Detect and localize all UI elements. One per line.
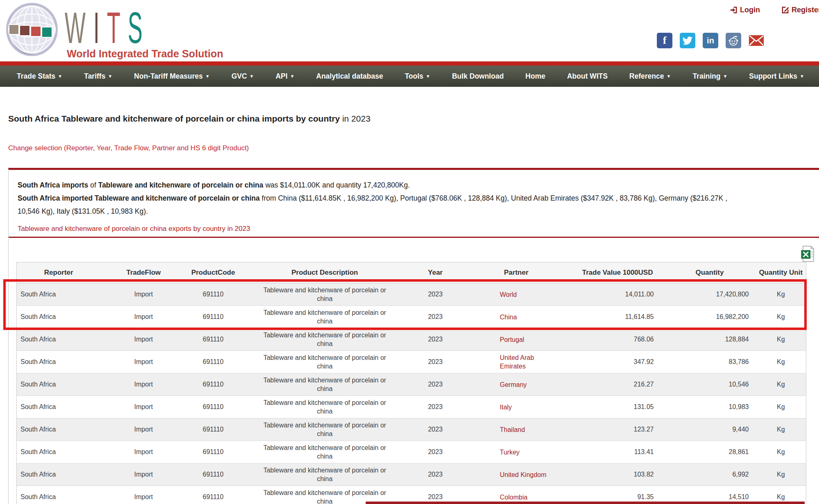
cell-description: Tableware and kitchenware of porcelain o… (240, 328, 410, 351)
register-icon (781, 6, 789, 14)
twitter-bird (682, 35, 693, 46)
partner-link[interactable]: Colombia (500, 493, 528, 502)
nav-item[interactable]: Home (525, 72, 545, 81)
nav-item[interactable]: Non-Tariff Measures ▼ (134, 72, 210, 81)
excel-export-icon[interactable] (801, 246, 814, 264)
nav-list: Trade Stats ▼ Tariffs ▼ Non-Tariff Measu… (0, 66, 819, 87)
summary-line-1: South Africa imports of Tableware and ki… (18, 179, 819, 192)
partner-link[interactable]: Portugal (500, 335, 525, 344)
partner-link[interactable]: Turkey (500, 448, 520, 457)
table-header-row: ReporterTradeFlowProductCodeProduct Desc… (17, 262, 806, 283)
chevron-down-icon: ▼ (667, 74, 671, 79)
cell-reporter: South Africa (17, 351, 101, 373)
nav-item-label: Tools (405, 72, 423, 81)
chevron-down-icon: ▼ (108, 74, 112, 79)
globe-icon (6, 2, 58, 57)
nav-item[interactable]: Analytical database (316, 72, 383, 81)
login-icon (730, 6, 738, 14)
exports-section-link[interactable]: Tableware and kitchenware of porcelain o… (18, 225, 819, 233)
summary-bold: South Africa imported Tableware and kitc… (18, 194, 260, 202)
column-header[interactable]: TradeFlow (101, 262, 187, 283)
cell-tradeflow: Import (101, 396, 187, 418)
table-header: ReporterTradeFlowProductCodeProduct Desc… (17, 262, 806, 283)
summary-bold: Tableware and kitchenware of porcelain o… (98, 181, 263, 189)
register-link[interactable]: Register (781, 6, 819, 14)
nav-item[interactable]: Tools ▼ (405, 72, 430, 81)
nav-item[interactable]: Bulk Download (452, 72, 504, 81)
description-text: Tableware and kitchenware of porcelain o… (256, 376, 394, 393)
nav-item-label: Reference (629, 72, 664, 81)
wits-letter: S (128, 3, 143, 52)
cell-year: 2023 (410, 441, 461, 463)
partner-link[interactable]: United Kingdom (500, 470, 547, 479)
auth-links: Login Register (730, 6, 819, 14)
trade-table: ReporterTradeFlowProductCodeProduct Desc… (16, 262, 806, 504)
cell-description: Tableware and kitchenware of porcelain o… (240, 283, 410, 306)
cell-quantity: 10,546 (664, 373, 756, 396)
summary-line-3: 10,546 Kg), Italy ($131.05K , 10,983 Kg)… (18, 205, 819, 218)
column-header[interactable]: Partner (461, 262, 572, 283)
column-header[interactable]: Quantity Unit (756, 262, 806, 283)
nav-item[interactable]: Reference ▼ (629, 72, 671, 81)
chevron-down-icon: ▼ (58, 74, 62, 79)
cell-reporter: South Africa (17, 306, 101, 328)
nav-item[interactable]: Support Links ▼ (749, 72, 804, 81)
facebook-glyph: f (663, 34, 667, 47)
cell-partner: Germany (461, 373, 572, 396)
cell-description: Tableware and kitchenware of porcelain o… (240, 373, 410, 396)
column-header[interactable]: Year (410, 262, 461, 283)
email-icon[interactable] (749, 33, 764, 48)
cell-reporter: South Africa (17, 373, 101, 396)
partner-link[interactable]: World (500, 290, 517, 299)
summary-text: of (88, 181, 98, 189)
cell-quantity: 83,786 (664, 351, 756, 373)
cell-reporter: South Africa (17, 283, 101, 306)
linkedin-icon[interactable]: in (703, 33, 718, 48)
cell-tradeflow: Import (101, 306, 187, 328)
nav-item[interactable]: GVC ▼ (231, 72, 254, 81)
wits-tagline: World Integrated Trade Solution (67, 47, 223, 60)
cell-description: Tableware and kitchenware of porcelain o… (240, 306, 410, 328)
linkedin-glyph: in (707, 36, 714, 45)
table-row: South Africa Import 691110 Tableware and… (17, 463, 806, 486)
twitter-icon[interactable] (680, 33, 695, 48)
cell-partner: Italy (461, 396, 572, 418)
wits-letter: T (107, 3, 121, 52)
nav-item[interactable]: Tariffs ▼ (84, 72, 112, 81)
cell-quantity-unit: Kg (756, 373, 806, 396)
wits-page: W I T S World Integrated Trade Solution … (0, 0, 819, 504)
nav-item[interactable]: Trade Stats ▼ (17, 72, 62, 81)
column-header[interactable]: Product Description (240, 262, 410, 283)
partner-link[interactable]: Germany (500, 380, 527, 389)
cell-productcode: 691110 (187, 486, 240, 504)
wits-wordmark: W I T S (65, 6, 143, 50)
reddit-alien (726, 34, 740, 47)
cell-tradeflow: Import (101, 328, 187, 351)
nav-item[interactable]: API ▼ (276, 72, 294, 81)
cell-reporter: South Africa (17, 486, 101, 504)
column-header[interactable]: Quantity (664, 262, 756, 283)
wits-globe-logo[interactable] (6, 2, 58, 58)
cell-productcode: 691110 (187, 441, 240, 463)
nav-item[interactable]: About WITS (567, 72, 608, 81)
partner-link[interactable]: Italy (500, 403, 512, 411)
nav-item-label: About WITS (567, 72, 608, 81)
cell-tradeflow: Import (101, 486, 187, 504)
column-header[interactable]: Trade Value 1000USD (572, 262, 664, 283)
column-header[interactable]: ProductCode (187, 262, 240, 283)
nav-item-label: Home (525, 72, 545, 81)
partner-link[interactable]: United Arab Emirates (500, 353, 557, 371)
nav-item[interactable]: Training ▼ (692, 72, 727, 81)
facebook-icon[interactable]: f (657, 33, 672, 48)
table-row: South Africa Import 691110 Tableware and… (17, 283, 806, 306)
reddit-icon[interactable] (726, 33, 741, 48)
table-row: South Africa Import 691110 Tableware and… (17, 306, 806, 328)
login-link[interactable]: Login (730, 6, 760, 14)
cell-year: 2023 (410, 373, 461, 396)
column-header[interactable]: Reporter (17, 262, 101, 283)
partner-link[interactable]: China (500, 313, 517, 321)
description-text: Tableware and kitchenware of porcelain o… (256, 398, 394, 416)
partner-link[interactable]: Thailand (500, 425, 525, 434)
change-selection-link[interactable]: Change selection (Reporter, Year, Trade … (8, 144, 249, 152)
cell-partner: World (461, 283, 572, 306)
